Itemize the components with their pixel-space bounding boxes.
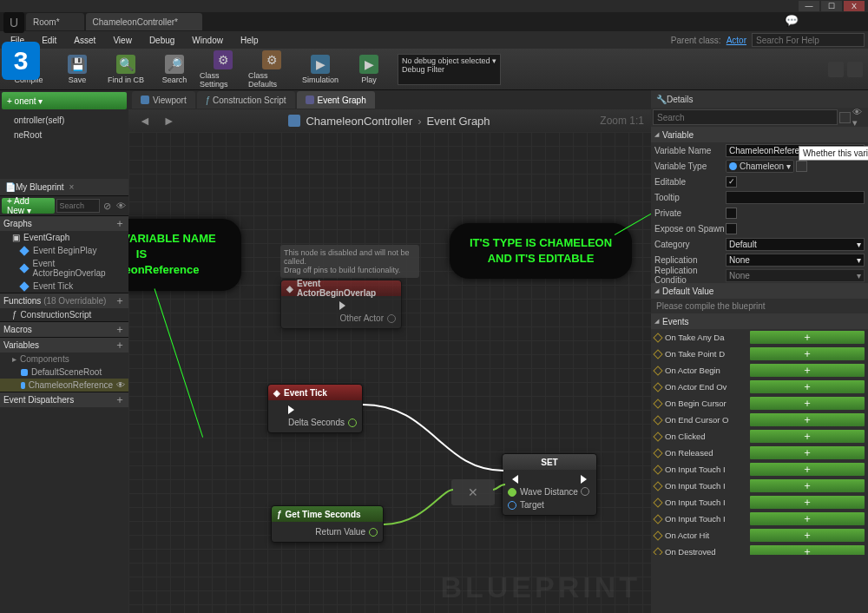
- search-clear-icon[interactable]: ⊘: [102, 199, 114, 213]
- add-event-button[interactable]: ＋: [750, 545, 865, 555]
- menu-help[interactable]: Help: [233, 34, 266, 47]
- mybp-search-input[interactable]: [56, 199, 100, 213]
- data-out-pin[interactable]: [387, 314, 396, 323]
- data-out-pin[interactable]: [348, 419, 357, 427]
- graph-event[interactable]: Event Tick: [0, 280, 128, 293]
- variable-eye-icon[interactable]: 👁: [116, 380, 125, 390]
- node-get-time-seconds[interactable]: ƒGet Time Seconds Return Value: [271, 505, 384, 543]
- app-tab-room[interactable]: Room*: [26, 13, 84, 30]
- view-options-icon[interactable]: 👁: [115, 199, 127, 213]
- add-graph-icon[interactable]: ＋: [115, 216, 125, 231]
- expose-checkbox[interactable]: [726, 223, 737, 234]
- add-event-button[interactable]: ＋: [750, 446, 865, 459]
- menu-debug[interactable]: Debug: [142, 34, 181, 47]
- find-button[interactable]: 🔍Find in CB: [102, 50, 149, 89]
- private-checkbox[interactable]: [726, 208, 737, 219]
- details-search-input[interactable]: [653, 109, 838, 125]
- add-event-button[interactable]: ＋: [750, 331, 865, 344]
- save-button[interactable]: 💾Save: [54, 50, 101, 89]
- section-variables[interactable]: Variables＋: [0, 337, 128, 353]
- breadcrumb-leaf[interactable]: Event Graph: [427, 115, 490, 128]
- node-event-tick[interactable]: ◈Event Tick Delta Seconds: [267, 384, 363, 433]
- add-new-button[interactable]: + Add New ▾: [2, 198, 55, 214]
- add-event-button[interactable]: ＋: [750, 463, 865, 476]
- add-event-button[interactable]: ＋: [750, 496, 865, 509]
- graph-event[interactable]: Event BeginPlay: [0, 244, 128, 257]
- add-event-button[interactable]: ＋: [750, 479, 865, 492]
- menu-view[interactable]: View: [106, 34, 139, 47]
- node-set[interactable]: SET Wave Distance Target: [502, 453, 597, 516]
- editable-checkbox[interactable]: [726, 176, 737, 188]
- section-default-value[interactable]: Default Value: [651, 283, 868, 299]
- target-in-pin[interactable]: [508, 501, 516, 510]
- nav-back-icon[interactable]: ◄: [135, 114, 155, 128]
- vartype-dropdown[interactable]: Chameleon▾: [726, 160, 794, 173]
- section-dispatchers[interactable]: Event Dispatchers＋: [0, 392, 128, 407]
- section-graphs[interactable]: Graphs＋: [0, 215, 128, 231]
- component-item[interactable]: ontroller(self): [2, 113, 127, 128]
- add-variable-icon[interactable]: ＋: [115, 338, 125, 353]
- add-event-button[interactable]: ＋: [750, 397, 865, 410]
- details-view-eye-icon[interactable]: 👁▾: [852, 110, 866, 124]
- tooltip-input[interactable]: [726, 191, 865, 204]
- add-dispatcher-icon[interactable]: ＋: [115, 392, 125, 407]
- window-close[interactable]: X: [844, 1, 865, 11]
- app-tab-controller[interactable]: ChameleonController*: [86, 13, 202, 30]
- nav-forward-icon[interactable]: ►: [160, 114, 179, 128]
- add-macro-icon[interactable]: ＋: [115, 322, 125, 337]
- tab-construction-script[interactable]: ƒ Construction Script: [197, 91, 295, 109]
- chat-icon[interactable]: 💬: [785, 14, 799, 27]
- node-actor-begin-overlap[interactable]: ◈Event ActorBeginOverlap Other Actor: [280, 280, 402, 329]
- debug-filter-dropdown[interactable]: No debug object selected ▾ Debug Filter: [398, 54, 501, 85]
- data-out-pin[interactable]: [581, 487, 589, 496]
- menu-window[interactable]: Window: [185, 34, 230, 47]
- variable-item-selected[interactable]: ChameleonReference👁: [0, 379, 128, 392]
- vartype-array-icon[interactable]: [796, 161, 807, 172]
- graph-event[interactable]: Event ActorBeginOverlap: [0, 257, 128, 280]
- add-event-button[interactable]: ＋: [750, 347, 865, 360]
- graph-root[interactable]: ▣ EventGraph: [0, 231, 128, 244]
- function-item[interactable]: ƒ ConstructionScript: [0, 308, 128, 321]
- toolbar-extra-2[interactable]: [847, 62, 863, 77]
- section-functions[interactable]: Functions (18 Overridable)＋: [0, 293, 128, 308]
- class-defaults-button[interactable]: ⚙Class Defaults: [248, 50, 295, 89]
- window-minimize[interactable]: —: [799, 1, 819, 11]
- section-variable[interactable]: Variable: [651, 127, 868, 142]
- category-dropdown[interactable]: Default▾: [726, 238, 865, 251]
- simulation-button[interactable]: ▶Simulation: [297, 50, 344, 89]
- menu-asset[interactable]: Asset: [67, 34, 102, 47]
- window-maximize[interactable]: ☐: [821, 1, 842, 11]
- section-macros[interactable]: Macros＋: [0, 321, 128, 337]
- add-event-button[interactable]: ＋: [750, 529, 865, 542]
- data-out-pin[interactable]: [369, 528, 378, 537]
- add-event-button[interactable]: ＋: [750, 380, 865, 393]
- add-component-button[interactable]: + onent ▾: [2, 92, 127, 109]
- class-settings-button[interactable]: ⚙Class Settings: [200, 50, 247, 89]
- parent-class-link[interactable]: Actor: [727, 36, 746, 45]
- data-in-pin[interactable]: [508, 488, 516, 497]
- add-event-button[interactable]: ＋: [750, 512, 865, 525]
- add-event-button[interactable]: ＋: [750, 413, 865, 426]
- add-event-button[interactable]: ＋: [750, 364, 865, 377]
- add-function-icon[interactable]: ＋: [115, 293, 125, 308]
- search-help-input[interactable]: [752, 33, 865, 47]
- exec-out-pin[interactable]: [339, 301, 350, 310]
- section-events[interactable]: Events: [651, 313, 868, 329]
- details-view-grid-icon[interactable]: [839, 112, 851, 123]
- add-event-button[interactable]: ＋: [750, 430, 865, 443]
- breadcrumb-root[interactable]: ChameleonController: [306, 115, 412, 128]
- toolbar-extra-1[interactable]: [828, 62, 844, 77]
- tab-event-graph[interactable]: Event Graph: [297, 91, 375, 109]
- variable-item[interactable]: DefaultSceneRoot: [0, 366, 128, 379]
- component-item[interactable]: neRoot: [2, 128, 127, 142]
- event-graph-canvas[interactable]: BLUEPRINT This node is disabled and will…: [128, 132, 651, 613]
- exec-in-pin[interactable]: [508, 475, 518, 484]
- reroute-node[interactable]: ✕: [451, 479, 495, 505]
- tab-viewport[interactable]: Viewport: [132, 91, 195, 109]
- search-button[interactable]: 🔎Search: [151, 50, 198, 89]
- exec-out-pin[interactable]: [288, 405, 299, 414]
- play-button[interactable]: ▶Play: [345, 50, 392, 89]
- variables-components[interactable]: ▸ Components: [0, 353, 128, 366]
- exec-out-pin[interactable]: [581, 475, 591, 484]
- replication-dropdown[interactable]: None▾: [726, 254, 865, 267]
